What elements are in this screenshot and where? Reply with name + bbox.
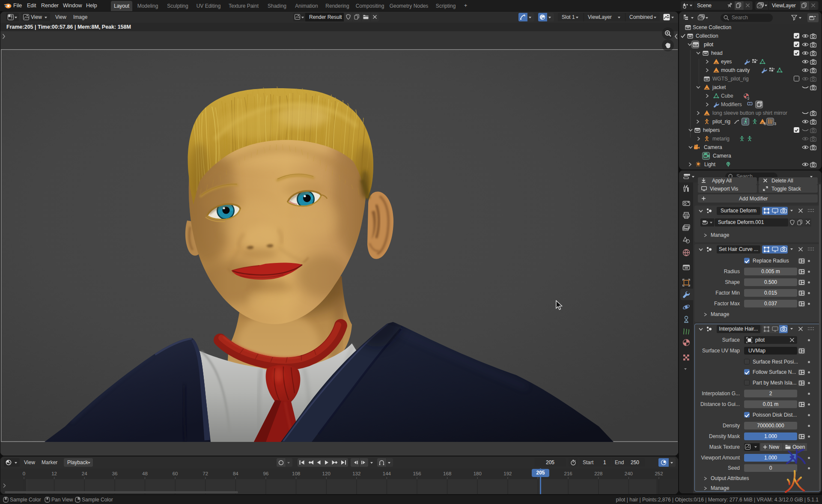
svg-text:84: 84 [233,471,238,476]
svg-text:120: 120 [322,471,331,476]
svg-text:228: 228 [594,471,602,476]
svg-text:96: 96 [263,471,269,476]
svg-text:240: 240 [625,471,633,476]
svg-text:72: 72 [203,471,208,476]
svg-text:48: 48 [142,471,148,476]
svg-text:12: 12 [51,471,57,476]
svg-text:180: 180 [474,471,482,476]
svg-text:144: 144 [383,471,391,476]
svg-text:252: 252 [655,471,663,476]
svg-text:24: 24 [82,471,87,476]
svg-text:168: 168 [443,471,451,476]
svg-text:0: 0 [23,471,25,476]
svg-text:2: 2 [748,97,749,100]
svg-text:192: 192 [503,471,512,476]
svg-text:36: 36 [112,471,118,476]
svg-text:108: 108 [292,471,300,476]
svg-text:216: 216 [564,471,572,476]
svg-text:132: 132 [352,471,360,476]
svg-text:60: 60 [173,471,178,476]
svg-text:156: 156 [413,471,421,476]
